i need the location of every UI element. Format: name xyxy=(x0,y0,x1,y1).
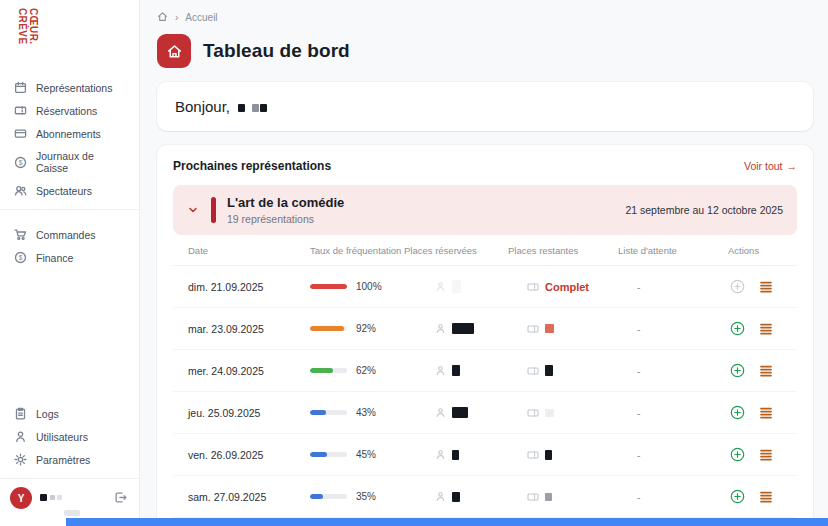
person-icon xyxy=(435,491,446,502)
redacted-value xyxy=(452,450,459,460)
sidebar-item-abonnements[interactable]: Abonnements xyxy=(0,122,139,145)
row-menu-icon[interactable] xyxy=(759,448,773,462)
svg-text:$: $ xyxy=(19,254,23,261)
occupancy-cell: 43% xyxy=(310,407,404,418)
table-row[interactable]: dim. 21.09.2025 100% Complet - xyxy=(173,266,797,308)
show-banner[interactable]: L'art de la comédie 19 représentations 2… xyxy=(173,185,797,235)
sidebar-item-label: Commandes xyxy=(36,229,96,241)
person-icon xyxy=(435,323,446,334)
sidebar-item-label: Représentations xyxy=(36,82,112,94)
sidebar-item-logs[interactable]: Logs xyxy=(0,402,139,425)
col-rate: Taux de fréquentation xyxy=(310,245,404,256)
sidebar-divider xyxy=(0,209,139,210)
table-row[interactable]: mar. 23.09.2025 92% - xyxy=(173,308,797,350)
remaining-cell xyxy=(508,491,618,503)
breadcrumb-current[interactable]: Accueil xyxy=(185,12,217,23)
sidebar-item-spectateurs[interactable]: Spectateurs xyxy=(0,179,139,202)
add-reservation-button[interactable] xyxy=(730,489,745,504)
sidebar-nav-main: ReprésentationsRéservationsAbonnements$J… xyxy=(0,76,139,202)
col-date: Date xyxy=(188,245,310,256)
row-date: sam. 27.09.2025 xyxy=(188,491,310,503)
sidebar-nav-secondary: Commandes$Finance xyxy=(0,223,139,269)
remaining-cell: Complet xyxy=(508,281,618,293)
add-reservation-button[interactable] xyxy=(730,321,745,336)
show-title: L'art de la comédie xyxy=(227,195,344,210)
breadcrumb: › Accueil xyxy=(157,10,813,24)
sidebar-item-parametres[interactable]: Paramètres xyxy=(0,448,139,471)
reserved-cell xyxy=(404,280,508,293)
dashboard-house-icon xyxy=(157,34,191,68)
ticket-small-icon xyxy=(527,323,539,335)
person-icon xyxy=(435,407,446,418)
table-row[interactable]: mer. 24.09.2025 62% - xyxy=(173,350,797,392)
occupancy-label: 92% xyxy=(356,323,376,334)
card-icon xyxy=(14,127,27,140)
progress-track xyxy=(310,368,347,373)
col-waitlist: Liste d'attente xyxy=(618,245,728,256)
progress-fill xyxy=(310,284,347,289)
view-all-link[interactable]: Voir tout → xyxy=(744,160,797,172)
table-row[interactable]: sam. 27.09.2025 35% - xyxy=(173,476,797,518)
reserved-cell xyxy=(404,365,508,376)
sidebar-item-journaux-de-caisse[interactable]: $Journaux de Caisse xyxy=(0,145,139,179)
sidebar-item-finance[interactable]: $Finance xyxy=(0,246,139,269)
sidebar-item-utilisateurs[interactable]: Utilisateurs xyxy=(0,425,139,448)
add-reservation-button[interactable] xyxy=(730,405,745,420)
waitlist-cell: - xyxy=(618,323,728,335)
sidebar-item-label: Spectateurs xyxy=(36,185,92,197)
sidebar-item-commandes[interactable]: Commandes xyxy=(0,223,139,246)
sidebar-spacer xyxy=(0,269,139,396)
waitlist-cell: - xyxy=(618,365,728,377)
row-menu-icon[interactable] xyxy=(759,322,773,336)
reserved-cell xyxy=(404,407,508,418)
row-date: jeu. 25.09.2025 xyxy=(188,407,310,419)
redacted-value xyxy=(57,495,62,500)
sidebar: CRÈVE CŒUR. ReprésentationsRéservationsA… xyxy=(0,0,140,526)
show-subtitle: 19 représentations xyxy=(227,213,344,225)
actions-cell xyxy=(728,363,797,378)
avatar[interactable]: Y xyxy=(10,487,32,509)
row-date: mar. 23.09.2025 xyxy=(188,323,310,335)
redacted-value xyxy=(238,104,245,112)
sidebar-item-reservations[interactable]: Réservations xyxy=(0,99,139,122)
sidebar-item-label: Finance xyxy=(36,252,73,264)
table-row[interactable]: jeu. 25.09.2025 43% - xyxy=(173,392,797,434)
row-menu-icon[interactable] xyxy=(759,406,773,420)
occupancy-cell: 35% xyxy=(310,491,404,502)
table-row[interactable]: ven. 26.09.2025 45% - xyxy=(173,434,797,476)
col-remaining: Places restantes xyxy=(508,245,618,256)
main-content: › Accueil Tableau de bord Bonjour, Proch… xyxy=(141,0,828,526)
redacted-greeting-name xyxy=(234,98,267,115)
home-icon[interactable] xyxy=(157,11,168,24)
add-reservation-button[interactable] xyxy=(730,447,745,462)
chevron-down-icon[interactable] xyxy=(187,204,199,216)
cart-icon xyxy=(14,228,27,241)
ticket-icon xyxy=(14,104,27,117)
actions-cell xyxy=(728,279,797,294)
occupancy-label: 43% xyxy=(356,407,376,418)
progress-track xyxy=(310,326,347,331)
occupancy-label: 100% xyxy=(356,281,382,292)
greeting-card: Bonjour, xyxy=(157,82,813,131)
sidebar-item-label: Réservations xyxy=(36,105,97,117)
add-reservation-button[interactable] xyxy=(730,363,745,378)
redacted-value xyxy=(452,365,460,376)
progress-fill xyxy=(310,494,323,499)
view-all-label: Voir tout xyxy=(744,160,783,172)
logout-icon[interactable] xyxy=(114,491,127,504)
brand-logo[interactable]: CRÈVE CŒUR. xyxy=(16,8,139,66)
add-reservation-button xyxy=(730,279,745,294)
row-menu-icon[interactable] xyxy=(759,280,773,294)
row-menu-icon[interactable] xyxy=(759,490,773,504)
progress-fill xyxy=(310,326,344,331)
row-menu-icon[interactable] xyxy=(759,364,773,378)
redacted-value xyxy=(545,493,552,501)
progress-track xyxy=(310,410,347,415)
show-color-pill xyxy=(211,197,216,223)
ticket-small-icon xyxy=(527,365,539,377)
progress-track xyxy=(310,452,347,457)
sidebar-nav-bottom: LogsUtilisateursParamètres xyxy=(0,402,139,471)
complet-label: Complet xyxy=(545,281,589,293)
users-icon xyxy=(14,184,27,197)
sidebar-item-representations[interactable]: Représentations xyxy=(0,76,139,99)
